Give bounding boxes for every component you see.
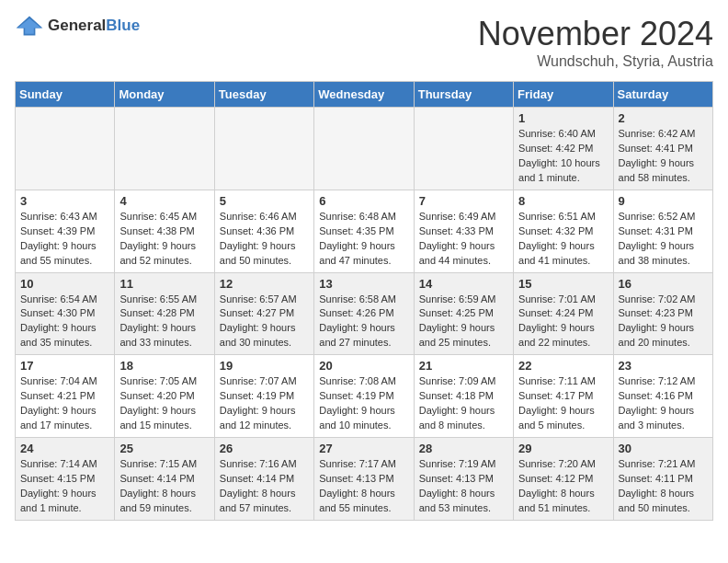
calendar-cell: 3Sunrise: 6:43 AMSunset: 4:39 PMDaylight… [16,190,115,272]
day-info: Sunrise: 6:48 AMSunset: 4:35 PMDaylight:… [319,210,408,269]
calendar-cell [414,108,513,190]
day-number: 20 [319,359,408,373]
day-number: 11 [119,277,209,291]
calendar-cell: 20Sunrise: 7:08 AMSunset: 4:19 PMDayligh… [314,355,414,438]
title-area: November 2024 Wundschuh, Styria, Austria [478,15,713,70]
day-number: 28 [419,442,508,455]
day-info: Sunrise: 7:16 AMSunset: 4:14 PMDaylight:… [220,457,309,516]
day-number: 5 [220,194,309,208]
day-number: 2 [619,111,708,125]
week-row-3: 10Sunrise: 6:54 AMSunset: 4:30 PMDayligh… [16,272,713,355]
day-info: Sunrise: 6:58 AMSunset: 4:26 PMDaylight:… [319,293,408,351]
calendar-cell: 11Sunrise: 6:55 AMSunset: 4:28 PMDayligh… [115,272,214,355]
column-header-sunday: Sunday [16,82,115,108]
day-number: 18 [119,359,209,373]
calendar-cell: 9Sunrise: 6:52 AMSunset: 4:31 PMDaylight… [613,190,712,272]
day-number: 8 [518,194,608,208]
day-number: 17 [20,359,109,373]
location-subtitle: Wundschuh, Styria, Austria [478,53,713,70]
calendar-cell: 18Sunrise: 7:05 AMSunset: 4:20 PMDayligh… [115,355,214,438]
day-info: Sunrise: 7:15 AMSunset: 4:14 PMDaylight:… [119,457,209,516]
calendar-cell: 30Sunrise: 7:21 AMSunset: 4:11 PMDayligh… [613,438,712,521]
day-info: Sunrise: 6:57 AMSunset: 4:27 PMDaylight:… [220,293,309,351]
month-title: November 2024 [478,15,713,53]
day-info: Sunrise: 7:20 AMSunset: 4:12 PMDaylight:… [518,457,608,516]
day-number: 13 [319,277,408,291]
day-info: Sunrise: 7:09 AMSunset: 4:18 PMDaylight:… [419,374,508,433]
day-info: Sunrise: 7:12 AMSunset: 4:16 PMDaylight:… [619,374,708,433]
calendar-cell: 19Sunrise: 7:07 AMSunset: 4:19 PMDayligh… [214,355,313,438]
day-info: Sunrise: 6:54 AMSunset: 4:30 PMDaylight:… [20,293,109,351]
day-number: 3 [20,194,109,208]
calendar-cell: 14Sunrise: 6:59 AMSunset: 4:25 PMDayligh… [414,272,513,355]
day-info: Sunrise: 6:51 AMSunset: 4:32 PMDaylight:… [518,210,608,269]
calendar-cell: 5Sunrise: 6:46 AMSunset: 4:36 PMDaylight… [214,190,313,272]
day-number: 15 [518,277,608,291]
day-info: Sunrise: 7:08 AMSunset: 4:19 PMDaylight:… [319,374,408,433]
column-header-saturday: Saturday [613,82,712,108]
day-number: 12 [220,277,309,291]
calendar-cell [115,108,214,190]
calendar-cell: 24Sunrise: 7:14 AMSunset: 4:15 PMDayligh… [16,438,115,521]
day-number: 26 [220,442,309,455]
day-number: 23 [619,359,708,373]
calendar-cell: 2Sunrise: 6:42 AMSunset: 4:41 PMDaylight… [613,108,712,190]
logo-general: General [48,17,106,34]
day-number: 29 [518,442,608,455]
day-info: Sunrise: 7:02 AMSunset: 4:23 PMDaylight:… [619,293,708,351]
column-header-thursday: Thursday [414,82,513,108]
day-number: 7 [419,194,508,208]
day-info: Sunrise: 7:14 AMSunset: 4:15 PMDaylight:… [20,457,109,516]
column-header-wednesday: Wednesday [314,82,414,108]
day-number: 1 [518,111,608,125]
column-header-tuesday: Tuesday [214,82,313,108]
calendar-cell: 25Sunrise: 7:15 AMSunset: 4:14 PMDayligh… [115,438,214,521]
day-info: Sunrise: 6:59 AMSunset: 4:25 PMDaylight:… [419,293,508,351]
calendar-cell: 28Sunrise: 7:19 AMSunset: 4:13 PMDayligh… [414,438,513,521]
column-header-friday: Friday [514,82,613,108]
day-info: Sunrise: 6:43 AMSunset: 4:39 PMDaylight:… [20,210,109,269]
calendar-cell: 6Sunrise: 6:48 AMSunset: 4:35 PMDaylight… [314,190,414,272]
calendar-header-row: SundayMondayTuesdayWednesdayThursdayFrid… [16,82,713,108]
calendar-cell: 27Sunrise: 7:17 AMSunset: 4:13 PMDayligh… [314,438,414,521]
calendar-cell: 23Sunrise: 7:12 AMSunset: 4:16 PMDayligh… [613,355,712,438]
day-number: 24 [20,442,109,455]
day-number: 16 [619,277,708,291]
column-header-monday: Monday [115,82,214,108]
day-number: 14 [419,277,508,291]
day-info: Sunrise: 7:11 AMSunset: 4:17 PMDaylight:… [518,374,608,433]
logo: GeneralBlue [15,15,140,37]
calendar-cell: 22Sunrise: 7:11 AMSunset: 4:17 PMDayligh… [514,355,613,438]
calendar-cell: 4Sunrise: 6:45 AMSunset: 4:38 PMDaylight… [115,190,214,272]
svg-marker-1 [17,18,41,34]
day-info: Sunrise: 7:01 AMSunset: 4:24 PMDaylight:… [518,293,608,351]
calendar-cell: 8Sunrise: 6:51 AMSunset: 4:32 PMDaylight… [514,190,613,272]
day-info: Sunrise: 6:42 AMSunset: 4:41 PMDaylight:… [619,127,708,186]
day-number: 4 [119,194,209,208]
logo-blue: Blue [106,17,140,34]
day-info: Sunrise: 6:45 AMSunset: 4:38 PMDaylight:… [119,210,209,269]
calendar-cell: 13Sunrise: 6:58 AMSunset: 4:26 PMDayligh… [314,272,414,355]
calendar-cell: 15Sunrise: 7:01 AMSunset: 4:24 PMDayligh… [514,272,613,355]
day-info: Sunrise: 7:21 AMSunset: 4:11 PMDaylight:… [619,457,708,516]
day-info: Sunrise: 7:17 AMSunset: 4:13 PMDaylight:… [319,457,408,516]
calendar-cell: 29Sunrise: 7:20 AMSunset: 4:12 PMDayligh… [514,438,613,521]
calendar-table: SundayMondayTuesdayWednesdayThursdayFrid… [15,81,713,521]
day-number: 27 [319,442,408,455]
day-info: Sunrise: 7:04 AMSunset: 4:21 PMDaylight:… [20,374,109,433]
calendar-cell: 16Sunrise: 7:02 AMSunset: 4:23 PMDayligh… [613,272,712,355]
logo-icon [15,15,44,37]
week-row-4: 17Sunrise: 7:04 AMSunset: 4:21 PMDayligh… [16,355,713,438]
day-info: Sunrise: 6:49 AMSunset: 4:33 PMDaylight:… [419,210,508,269]
calendar-cell [16,108,115,190]
day-number: 22 [518,359,608,373]
day-info: Sunrise: 6:40 AMSunset: 4:42 PMDaylight:… [518,127,608,186]
calendar-cell: 1Sunrise: 6:40 AMSunset: 4:42 PMDaylight… [514,108,613,190]
day-info: Sunrise: 7:19 AMSunset: 4:13 PMDaylight:… [419,457,508,516]
calendar-cell: 10Sunrise: 6:54 AMSunset: 4:30 PMDayligh… [16,272,115,355]
day-info: Sunrise: 6:55 AMSunset: 4:28 PMDaylight:… [119,293,209,351]
calendar-body: 1Sunrise: 6:40 AMSunset: 4:42 PMDaylight… [16,108,713,521]
day-number: 9 [619,194,708,208]
calendar-cell: 26Sunrise: 7:16 AMSunset: 4:14 PMDayligh… [214,438,313,521]
calendar-cell: 12Sunrise: 6:57 AMSunset: 4:27 PMDayligh… [214,272,313,355]
